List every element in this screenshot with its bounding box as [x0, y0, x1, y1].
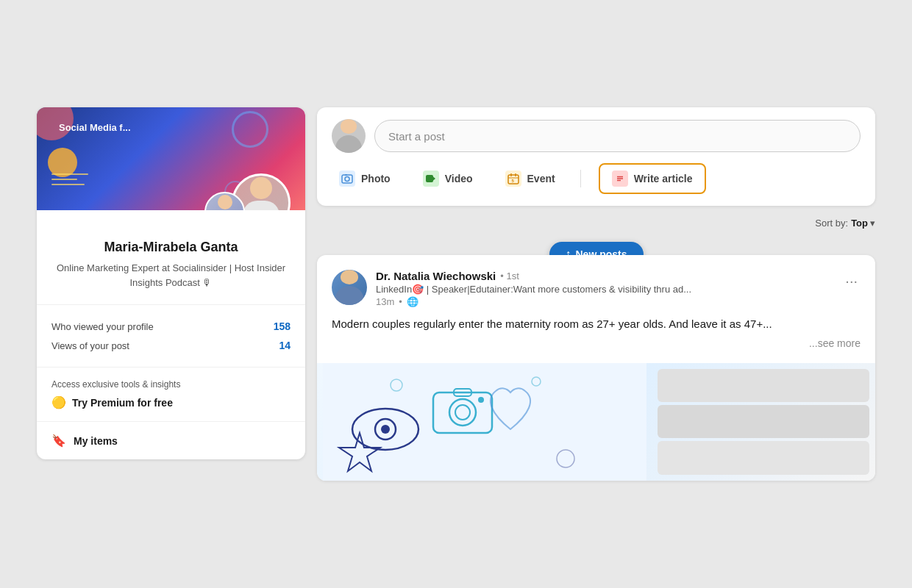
author-bio: LinkedIn🎯 | Speaker|Edutainer:Want more … — [376, 284, 691, 295]
texture-block-3 — [658, 441, 869, 474]
composer-avatar-body — [335, 135, 362, 154]
premium-button[interactable]: 🟡 Try Premium for free — [51, 395, 291, 409]
post-image-content — [317, 363, 875, 481]
left-panel: Social Media f... Maria-Mirabela — [37, 107, 305, 459]
author-info: Dr. Natalia Wiechowski • 1st LinkedIn🎯 |… — [376, 270, 691, 307]
views-post-value: 14 — [279, 340, 291, 351]
write-article-label: Write article — [634, 173, 693, 184]
sort-bar: Sort by: Top ▾ — [317, 215, 875, 232]
views-post-label: Views of your post — [51, 340, 129, 351]
bookmark-icon: 🔖 — [51, 434, 66, 448]
svg-point-1 — [345, 177, 349, 182]
post-time: 13m — [376, 296, 394, 307]
post-image-preview — [317, 363, 875, 481]
event-action-button[interactable]: 5 Event — [498, 166, 563, 191]
banner-decor-circle3 — [232, 111, 268, 148]
photo-label: Photo — [361, 173, 391, 184]
svg-rect-3 — [426, 175, 433, 182]
composer-top: Start a post — [332, 119, 861, 153]
composer-actions: Photo Video — [332, 163, 861, 194]
video-icon — [423, 171, 439, 187]
svg-point-19 — [478, 397, 484, 403]
profile-stats: Who viewed your profile 158 Views of you… — [37, 305, 305, 368]
premium-icon: 🟡 — [51, 395, 66, 409]
composer-avatar — [332, 119, 366, 153]
svg-text:5: 5 — [511, 179, 514, 183]
post-composer: Start a post Photo — [317, 107, 875, 206]
see-more-link[interactable]: ...see more — [332, 336, 861, 351]
composer-avatar-silhouette — [332, 119, 366, 153]
event-label: Event — [527, 173, 555, 184]
svg-rect-2 — [345, 174, 347, 176]
post-header: Dr. Natalia Wiechowski • 1st LinkedIn🎯 |… — [317, 255, 875, 316]
post-author: Dr. Natalia Wiechowski • 1st LinkedIn🎯 |… — [332, 270, 691, 307]
main-container: Social Media f... Maria-Mirabela — [22, 93, 890, 495]
profile-name: Maria-Mirabela Ganta — [51, 240, 291, 255]
photo-icon — [339, 171, 355, 187]
profile-banner: Social Media f... — [37, 107, 305, 210]
premium-section: Access exclusive tools & insights 🟡 Try … — [37, 368, 305, 422]
feed-post: Dr. Natalia Wiechowski • 1st LinkedIn🎯 |… — [317, 255, 875, 481]
banner-text: Social Media f... — [59, 122, 131, 135]
sort-value[interactable]: Top — [851, 218, 868, 229]
profile-photo-wrapper — [232, 173, 291, 210]
profile-bio: Online Marketing Expert at Socialinsider… — [51, 261, 291, 290]
author-avatar-body — [335, 286, 364, 305]
who-viewed-label: Who viewed your profile — [51, 321, 154, 332]
event-icon: 5 — [505, 171, 521, 187]
avatar-silhouette-small — [206, 193, 243, 210]
stat-row-post-views[interactable]: Views of your post 14 — [51, 336, 291, 355]
actions-divider — [580, 170, 581, 187]
stat-row-profile-views[interactable]: Who viewed your profile 158 — [51, 317, 291, 336]
start-post-placeholder: Start a post — [388, 130, 445, 143]
avatar-body — [243, 201, 279, 210]
sort-by-label: Sort by: — [815, 218, 848, 229]
texture-block-2 — [658, 405, 869, 438]
my-items-section[interactable]: 🔖 My items — [37, 422, 305, 459]
avatar-head-sm — [218, 195, 232, 209]
start-post-input[interactable]: Start a post — [374, 120, 861, 152]
texture-block-1 — [658, 369, 869, 402]
write-article-icon — [612, 171, 628, 187]
illustration-area — [317, 363, 652, 481]
composer-avatar-head — [341, 119, 357, 133]
banner-decor-circle2 — [48, 148, 77, 177]
author-avatar-silhouette — [332, 270, 367, 305]
texture-area — [652, 363, 875, 481]
write-article-button[interactable]: Write article — [599, 163, 706, 194]
my-items-label: My items — [74, 435, 118, 447]
svg-rect-0 — [342, 175, 352, 183]
author-meta: 13m • 🌐 — [376, 296, 691, 307]
photo-action-button[interactable]: Photo — [332, 166, 398, 191]
video-action-button[interactable]: Video — [416, 166, 480, 191]
author-avatar — [332, 270, 367, 305]
premium-teaser-text: Access exclusive tools & insights — [51, 379, 291, 390]
video-label: Video — [445, 173, 473, 184]
time-dot: • — [399, 296, 402, 307]
author-name-row: Dr. Natalia Wiechowski • 1st — [376, 270, 691, 282]
avatar-head — [250, 177, 272, 199]
author-avatar-head — [341, 270, 358, 284]
post-text: Modern couples regularly enter the mater… — [332, 318, 772, 330]
feed-post-wrapper: ↑ New posts Dr — [317, 255, 875, 481]
post-menu-button[interactable]: ··· — [842, 270, 861, 293]
globe-icon: 🌐 — [407, 296, 418, 307]
author-degree: • 1st — [500, 270, 519, 282]
banner-decor-lines — [51, 173, 96, 196]
right-panel: Start a post Photo — [317, 107, 875, 481]
sort-chevron-icon[interactable]: ▾ — [870, 218, 875, 229]
post-content: Modern couples regularly enter the mater… — [317, 316, 875, 363]
svg-point-22 — [381, 425, 390, 434]
svg-marker-4 — [433, 177, 435, 181]
premium-cta-label: Try Premium for free — [72, 397, 173, 409]
svg-rect-14 — [323, 363, 646, 481]
author-name: Dr. Natalia Wiechowski — [376, 270, 496, 282]
profile-info: Maria-Mirabela Ganta Online Marketing Ex… — [37, 210, 305, 305]
who-viewed-value: 158 — [274, 320, 291, 332]
